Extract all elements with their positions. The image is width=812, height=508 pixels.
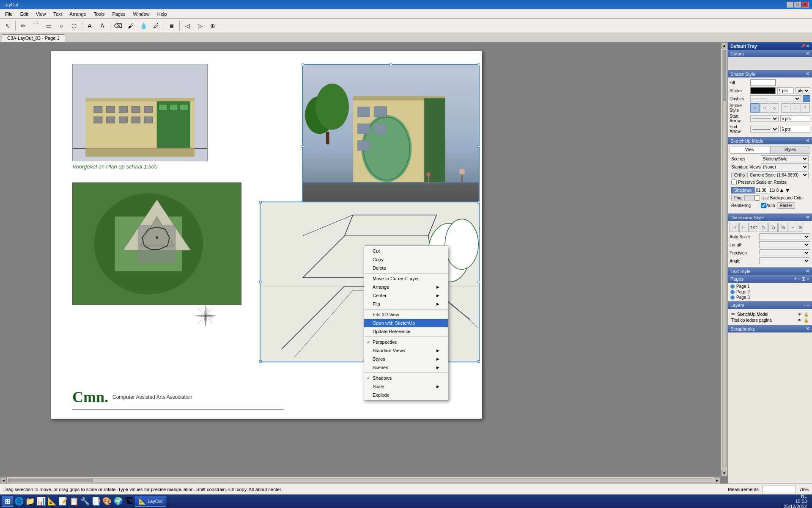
persp-handle-br[interactable] xyxy=(477,360,480,363)
handle-tr[interactable] xyxy=(477,64,480,66)
vscroll-up[interactable]: ▲ xyxy=(721,42,728,49)
taskbar-ie-icon[interactable]: 🌐 xyxy=(14,496,24,506)
ctx-arrange[interactable]: Arrange xyxy=(364,283,448,291)
ctx-styles[interactable]: Styles xyxy=(364,355,448,363)
zoom-tool[interactable]: ⊕ xyxy=(207,20,219,32)
ctx-scenes[interactable]: Scenes xyxy=(364,363,448,372)
taskbar-explorer-icon[interactable]: 📁 xyxy=(25,496,35,506)
ctx-copy[interactable]: Copy xyxy=(364,255,448,264)
vscroll-thumb[interactable] xyxy=(723,50,726,101)
ctx-flip[interactable]: Flip xyxy=(364,300,448,308)
shadows-up-icon[interactable]: ▲ xyxy=(779,187,785,193)
stroke-square-btn[interactable]: □ xyxy=(760,103,769,113)
preserve-scale-checkbox[interactable] xyxy=(731,179,737,185)
dim-btn-7[interactable]: → xyxy=(788,223,797,232)
ortho-button[interactable]: Ortho xyxy=(731,172,748,178)
colors-close-icon[interactable]: ✕ xyxy=(806,51,809,56)
measurements-input[interactable] xyxy=(762,486,796,493)
taskbar-app8-icon[interactable]: 🌍 xyxy=(113,496,123,506)
hscroll-left[interactable]: ◄ xyxy=(0,477,7,484)
shadows-down-icon[interactable]: ▼ xyxy=(785,187,790,193)
dashes-select[interactable]: ───── - - - xyxy=(750,95,801,102)
ctx-scale[interactable]: Scale xyxy=(364,382,448,391)
pan-right-tool[interactable]: ▷ xyxy=(194,20,206,32)
hscroll-right[interactable]: ► xyxy=(714,477,721,484)
ctx-delete[interactable]: Delete xyxy=(364,264,448,272)
taskbar-app1-icon[interactable]: 📊 xyxy=(36,496,46,506)
vscrollbar[interactable]: ▲ ▼ xyxy=(721,42,727,477)
fog-button[interactable]: Fog xyxy=(731,195,744,201)
start-arrow-size[interactable] xyxy=(780,115,810,122)
auto-checkbox[interactable] xyxy=(761,203,766,208)
precision-select[interactable] xyxy=(759,249,810,256)
pages-section-header[interactable]: Pages + − ⊞ ≡ xyxy=(728,275,812,283)
fog-color-swatch[interactable] xyxy=(744,195,754,201)
dim-btn-3[interactable]: TXT xyxy=(749,223,758,232)
minimize-button[interactable]: ─ xyxy=(787,2,793,8)
menu-tools[interactable]: Tools xyxy=(91,11,108,17)
ctx-standard-views[interactable]: Standard Views xyxy=(364,346,448,355)
layer-visibility-icon[interactable]: 👁 xyxy=(798,312,802,317)
sample-tool[interactable]: 💧 xyxy=(137,20,149,32)
hscrollbar[interactable]: ◄ ► xyxy=(0,477,721,483)
layout-app-button[interactable]: 📐 LayOut xyxy=(135,496,166,507)
dim-btn-5[interactable]: ⅓ xyxy=(768,223,778,232)
stroke-join-round-btn[interactable]: ⌒ xyxy=(781,103,790,113)
layer-lock-icon[interactable]: 🔒 xyxy=(804,312,809,317)
length-select[interactable] xyxy=(759,241,810,248)
handle-tm[interactable] xyxy=(390,64,392,66)
taskbar-sketchup-icon[interactable]: 🏗 xyxy=(124,496,134,506)
sketchup-model-header[interactable]: SketchUp Model ✕ xyxy=(728,137,812,144)
persp-handle-tr[interactable] xyxy=(477,201,480,204)
menu-help[interactable]: Help xyxy=(154,11,170,17)
start-arrow-select[interactable]: ────── xyxy=(750,115,779,122)
text-style-close-icon[interactable]: ✕ xyxy=(806,268,809,274)
stroke-width-unit[interactable]: pts xyxy=(796,87,810,94)
text-tool[interactable]: A xyxy=(84,20,96,32)
ctx-move-layer[interactable]: Move to Current Layer xyxy=(364,274,448,283)
hscroll-track[interactable] xyxy=(8,478,713,483)
panel-close-btn[interactable]: ✕ xyxy=(806,44,809,48)
taskbar-app5-icon[interactable]: 🔧 xyxy=(80,496,90,506)
ctx-shadows[interactable]: Shadows xyxy=(364,374,448,382)
stroke-swatch[interactable] xyxy=(750,87,776,94)
auto-scale-select[interactable] xyxy=(759,233,810,240)
shape-style-header[interactable]: Shape Style ✕ xyxy=(728,70,812,77)
shape-style-close-icon[interactable]: ✕ xyxy=(806,71,809,77)
tab-view[interactable]: View xyxy=(730,146,770,153)
standard-views-select[interactable]: (None) xyxy=(761,163,809,170)
taskbar-app6-icon[interactable]: 📑 xyxy=(91,496,101,506)
pencil-tool[interactable]: ✏ xyxy=(17,20,29,32)
taskbar-app7-icon[interactable]: 🎨 xyxy=(102,496,112,506)
layer-item-titel[interactable]: Titel op iedere pagina 👁 🔒 xyxy=(730,318,810,323)
shadows-time-input[interactable] xyxy=(754,187,769,193)
taskbar-app4-icon[interactable]: 📋 xyxy=(69,496,79,506)
fill-swatch[interactable] xyxy=(750,79,776,86)
taskbar-app2-icon[interactable]: 📐 xyxy=(47,496,57,506)
start-button[interactable]: ⊞ xyxy=(2,496,13,507)
menu-window[interactable]: Window xyxy=(130,11,153,17)
persp-handle-bl[interactable] xyxy=(259,360,262,363)
scrapbooks-close-icon[interactable]: ✕ xyxy=(806,326,809,331)
stroke-join-miter-btn[interactable]: ⌐ xyxy=(791,103,800,113)
tab-styles[interactable]: Styles xyxy=(770,146,811,153)
close-button[interactable]: ✕ xyxy=(802,2,809,8)
dimension-style-close-icon[interactable]: ✕ xyxy=(806,215,809,220)
layer-item-sketchup[interactable]: ✏ SketchUp Model 👁 🔒 xyxy=(730,311,810,318)
label-tool[interactable]: Ａ xyxy=(96,20,108,32)
stroke-join-bevel-btn[interactable]: ⌝ xyxy=(801,103,810,113)
stroke-miter-btn[interactable]: ◇ xyxy=(770,103,779,113)
select-tool[interactable]: ↖ xyxy=(2,20,14,32)
shadows-button[interactable]: Shadows xyxy=(731,187,754,193)
scale-select[interactable]: Current Scale (1:64.3693) xyxy=(748,171,809,178)
polygon-tool[interactable]: ⬡ xyxy=(68,20,80,32)
erase-tool[interactable]: ⌫ xyxy=(112,20,124,32)
scenes-select[interactable]: SketchyStyle xyxy=(761,155,809,162)
dim-btn-4[interactable]: ½ xyxy=(759,223,768,232)
pages-grid-icon[interactable]: ⊞ xyxy=(801,276,806,282)
page-item-2[interactable]: Page 2 xyxy=(729,289,811,295)
ctx-perspective[interactable]: Perspective xyxy=(364,338,448,346)
arc-tool[interactable]: ⌒ xyxy=(30,20,42,32)
end-arrow-select[interactable]: ────── xyxy=(750,126,779,133)
menu-arrange[interactable]: Arrange xyxy=(66,11,90,17)
